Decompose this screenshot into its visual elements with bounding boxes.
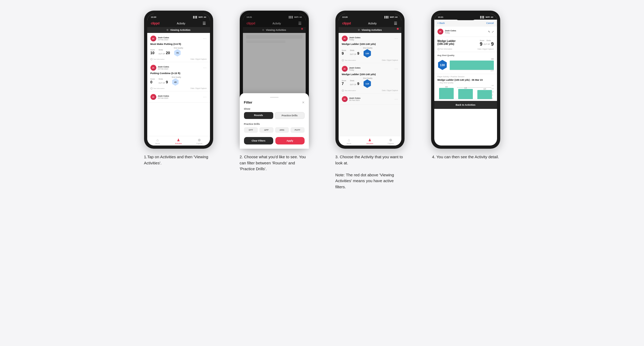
card-user-3-1: JC Josh Coles Today <box>342 36 361 41</box>
nav-menu-3[interactable]: ☰ <box>394 21 397 25</box>
card-stats-3-1: Score 9 Shots OUT OF 9 <box>342 47 398 58</box>
detail-avg-label-4: → Avg Shot Quality <box>437 82 494 84</box>
card-header-3-1: JC Josh Coles Today ··· <box>342 36 398 41</box>
card-dots-1-3[interactable]: ··· <box>203 95 207 99</box>
filter-close-2[interactable]: ✕ <box>302 101 305 104</box>
activity-card-3-3[interactable]: JC Josh Coles 28 Feb 2023 ··· <box>339 93 401 105</box>
viewing-bar-3[interactable]: ⚙ Viewing Activities <box>339 27 401 33</box>
card-user-1-1: JC Josh Coles 28 Feb 2023 <box>150 36 169 41</box>
score-value-3-1: 9 <box>342 52 346 55</box>
detail-avg-title-4: Avg Shot Quality <box>437 54 494 57</box>
test-info-3-1: i Test Information <box>342 59 356 61</box>
drill-putt-2[interactable]: PUTT <box>291 127 305 133</box>
shots-label-1-1: Shots <box>158 49 170 51</box>
bottom-nav-activities-3[interactable]: ♟ Activities <box>359 136 380 146</box>
filter-handle-2 <box>270 97 279 98</box>
status-icons-3: ▌▌▌ WiFi 44 <box>385 16 398 18</box>
quality-label-1-2: Shot Quality <box>172 76 181 78</box>
user-date-3-1: Today <box>349 39 361 41</box>
phone-1: 13:20 ▌▌▌ WiFi 44 clippd Activity ☰ ⚙ <box>144 11 213 149</box>
home-label-1: Home <box>155 143 160 144</box>
test-info-1-2: i Test Information <box>150 87 165 89</box>
shots-value-1-1: 20 <box>166 51 170 55</box>
edit-icon-4[interactable]: ✎ <box>488 30 490 33</box>
drills-label-2: Practice Drills <box>244 123 305 125</box>
detail-header-4: < Back Cancel <box>434 20 497 27</box>
phone-notch-1 <box>168 15 189 20</box>
detail-user-name-4: Josh Coles <box>445 29 456 32</box>
expand-icon-4[interactable]: ⤢ <box>492 30 494 33</box>
data-info-1-1: Data: Clippd Capture <box>191 58 207 60</box>
red-dot-3 <box>397 28 399 30</box>
activities-icon-1: ♟ <box>177 138 180 142</box>
apply-btn-2[interactable]: Apply <box>275 137 305 144</box>
user-date-1-1: 28 Feb 2023 <box>158 39 169 41</box>
detail-outof-4: OUT OF <box>483 43 490 45</box>
clear-filters-btn-2[interactable]: Clear Filters <box>244 137 273 144</box>
bottom-nav-capture-1[interactable]: ⊕ Capture <box>189 136 210 146</box>
bar-group-2: 129 <box>457 87 475 99</box>
nav-logo-1: clippd <box>151 22 159 25</box>
activities-label-3: Activities <box>367 143 373 144</box>
cancel-btn-4[interactable]: Cancel <box>486 22 494 24</box>
phone-2-inner: 13:21 ▌▌▌ WiFi 44 clippd Activity ☰ ⚙ <box>243 14 306 146</box>
bottom-nav-home-1[interactable]: ⌂ Home <box>147 136 168 146</box>
activity-card-1-2[interactable]: JC Josh Coles 28 Feb 2023 ··· Putting Co… <box>147 62 210 91</box>
user-name-1-3: Josh Coles <box>158 95 169 97</box>
bottom-nav-3: ⌂ Home ♟ Activities ⊕ Capture <box>339 136 401 146</box>
user-info-3-3: Josh Coles 28 Feb 2023 <box>349 97 361 101</box>
battery-icon-3: 44 <box>395 16 398 18</box>
phone-4: 13:21 ▌▌▌ WiFi 44 < Back Cancel JC <box>431 11 500 149</box>
rounds-btn-2[interactable]: Rounds <box>244 112 273 119</box>
activity-card-1-1[interactable]: JC Josh Coles 28 Feb 2023 ··· Must Make … <box>147 33 210 62</box>
viewing-bar-1[interactable]: ⚙ Viewing Activities <box>147 27 210 33</box>
detail-drill-name-4: Wedge Ladder(100-140 yds) <box>437 40 456 45</box>
quality-hex-3-1: 130 <box>363 49 372 58</box>
bottom-nav-activities-1[interactable]: ♟ Activities <box>168 136 189 146</box>
card-header-1-2: JC Josh Coles 28 Feb 2023 ··· <box>150 65 207 71</box>
score-value-1-1: 10 <box>150 51 155 55</box>
shots-label-3-2: Shots <box>350 80 359 82</box>
back-btn-4[interactable]: < Back <box>437 22 445 24</box>
card-dots-3-3[interactable]: ··· <box>394 97 398 101</box>
signal-icon-1: ▌▌▌ <box>193 16 198 18</box>
activity-card-3-1[interactable]: JC Josh Coles Today ··· Wedge Ladder (10… <box>339 33 401 63</box>
practice-drills-btn-2[interactable]: Practice Drills <box>275 112 305 119</box>
drill-arg-2[interactable]: ARG <box>275 127 289 133</box>
bottom-nav-home-3[interactable]: ⌂ Home <box>339 136 360 146</box>
user-date-3-3: 28 Feb 2023 <box>349 99 361 101</box>
card-dots-3-1[interactable]: ··· <box>394 37 398 40</box>
score-group-1-2: Score 0 <box>150 78 155 84</box>
card-user-3-3: JC Josh Coles 28 Feb 2023 <box>342 96 361 102</box>
activity-card-1-3[interactable]: JC Josh Coles 28 Feb 2023 ··· <box>147 91 210 103</box>
avatar-1-1: JC <box>150 36 156 41</box>
viewing-bar-text-3: Viewing Activities <box>361 29 382 31</box>
activity-card-3-2[interactable]: JC Josh Coles Today ··· Wedge Ladder (10… <box>339 63 401 93</box>
bottom-nav-1: ⌂ Home ♟ Activities ⊕ Capture <box>147 136 210 146</box>
card-stats-3-2: Score 7 Shots OUT OF 9 <box>342 77 398 88</box>
filter-header-2: Filter ✕ <box>244 100 305 104</box>
capture-label-1: Capture <box>196 143 203 144</box>
card-dots-3-2[interactable]: ··· <box>394 67 398 71</box>
detail-avatar-4: JC <box>437 29 443 35</box>
bottom-nav-capture-3[interactable]: ⊕ Capture <box>380 136 401 146</box>
card-dots-1-2[interactable]: ··· <box>203 66 207 70</box>
user-name-1-2: Josh Coles <box>158 66 169 68</box>
drill-app-2[interactable]: APP <box>259 127 273 133</box>
back-activities-btn-4[interactable]: Back to Activities <box>434 101 497 109</box>
drill-ott-2[interactable]: OTT <box>244 127 258 133</box>
quality-hex-1-2: 45 <box>172 78 179 86</box>
show-toggle-row-2: Rounds Practice Drills <box>244 112 305 119</box>
detail-test-info-4: i Test Information <box>437 48 452 50</box>
nav-menu-1[interactable]: ☰ <box>203 21 206 25</box>
avatar-3-3: JC <box>342 96 348 102</box>
phone-notch-3 <box>359 15 381 20</box>
bar-1 <box>439 88 453 99</box>
detail-mini-chart-4: 130 APP <box>450 58 494 72</box>
detail-hex-4: 130 <box>437 60 448 70</box>
filter-icon-1: ⚙ <box>166 29 169 31</box>
card-dots-1-1[interactable]: ··· <box>203 37 207 40</box>
show-label-2: Show <box>244 108 305 110</box>
home-icon-1: ⌂ <box>157 138 159 142</box>
card-title-1-2: Putting Combine (3-15 ft) <box>150 72 207 75</box>
